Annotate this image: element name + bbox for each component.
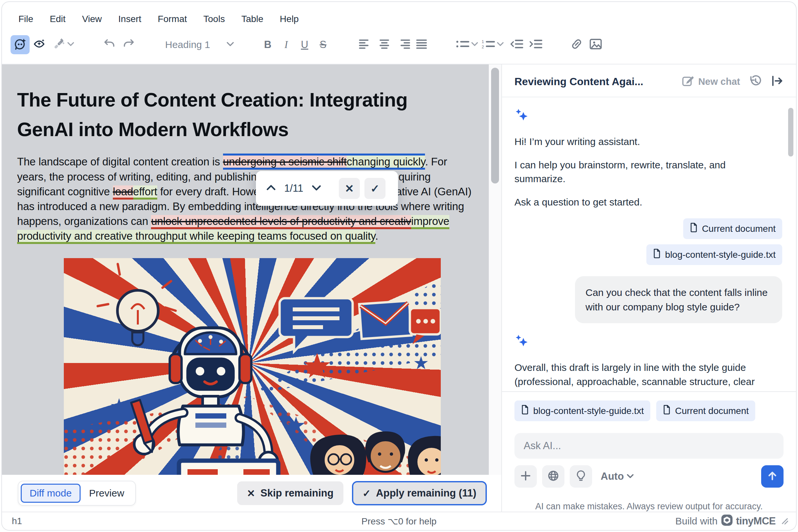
underline-button[interactable]: U — [295, 36, 314, 54]
diff-deletion[interactable]: unlock unprecedented levels of productiv… — [151, 215, 411, 229]
redo-button[interactable] — [119, 35, 138, 54]
document-title: The Future of Content Creation: Integrat… — [17, 86, 464, 144]
new-chat-button[interactable]: New chat — [681, 74, 740, 90]
composer-attachment-chip[interactable]: blog-content-style-guide.txt — [515, 400, 650, 421]
reject-change-button[interactable]: ✕ — [339, 178, 360, 199]
user-message-bubble: Can you check that the content falls inl… — [575, 276, 782, 323]
menu-view[interactable]: View — [82, 14, 101, 24]
image-button[interactable] — [586, 35, 605, 54]
strikethrough-button[interactable]: S — [314, 36, 332, 54]
chevron-down-icon — [67, 40, 74, 49]
diff-mode-button[interactable]: Diff mode — [21, 484, 80, 503]
block-format-label: Heading 1 — [165, 39, 226, 50]
diff-deletion[interactable]: load — [113, 186, 133, 200]
composer-attachment-chip[interactable]: Current document — [656, 400, 755, 421]
element-path[interactable]: h1 — [12, 516, 22, 527]
brand-name: tinyMCE — [736, 515, 776, 527]
attachment-label: blog-content-style-guide.txt — [665, 250, 776, 260]
ai-response-text: Overall, this draft is largely in line w… — [515, 361, 781, 391]
align-right-button[interactable] — [394, 35, 413, 54]
send-button[interactable] — [761, 465, 783, 488]
diff-insertion[interactable]: effort — [133, 186, 157, 200]
ai-assistant-button[interactable] — [11, 35, 30, 54]
link-button[interactable] — [567, 35, 586, 54]
add-attachment-button[interactable] — [515, 465, 537, 488]
accept-change-button[interactable]: ✓ — [365, 178, 386, 199]
menu-insert[interactable]: Insert — [118, 14, 142, 24]
chat-scrollbar-thumb[interactable] — [788, 108, 793, 156]
indent-icon — [529, 39, 542, 50]
menu-table[interactable]: Table — [241, 14, 263, 24]
document-icon — [663, 405, 671, 417]
editor-scrollbar-thumb[interactable] — [491, 68, 499, 184]
diff-footer-bar: Diff mode Preview ✕ Skip remaining ✓ App… — [2, 475, 501, 512]
block-format-select[interactable]: Heading 1 — [158, 34, 240, 56]
menu-edit[interactable]: Edit — [50, 14, 66, 24]
ask-ai-input[interactable] — [515, 433, 783, 459]
italic-button[interactable]: I — [277, 36, 295, 54]
attachment-chip: Current document — [683, 218, 782, 239]
indent-button[interactable] — [526, 35, 545, 54]
align-left-icon — [359, 39, 372, 50]
align-center-button[interactable] — [375, 35, 394, 54]
outdent-button[interactable] — [507, 35, 526, 54]
image-icon — [589, 37, 602, 52]
chat-history-button[interactable] — [747, 74, 762, 90]
check-icon: ✓ — [363, 488, 371, 499]
menu-help[interactable]: Help — [280, 14, 299, 24]
svg-text:2: 2 — [482, 45, 484, 49]
document-paragraph: The landscape of digital content creatio… — [17, 154, 476, 243]
ai-shortcuts-button[interactable] — [51, 37, 74, 53]
chat-composer: blog-content-style-guide.txt Current doc… — [502, 391, 796, 512]
branding-prefix: Build with — [675, 516, 718, 527]
align-justify-icon — [416, 39, 429, 50]
ai-review-button[interactable] — [30, 35, 49, 54]
web-search-button[interactable] — [542, 465, 564, 488]
tinymce-logo-icon — [721, 514, 733, 528]
undo-icon — [103, 37, 116, 52]
bold-button[interactable]: B — [259, 36, 277, 54]
suggestions-button[interactable] — [570, 465, 592, 488]
document-icon — [653, 249, 661, 261]
close-icon: ✕ — [247, 488, 255, 499]
model-mode-select[interactable]: Auto — [601, 471, 634, 482]
new-chat-label: New chat — [698, 76, 740, 87]
branding[interactable]: Build with tinyMCE — [675, 514, 788, 528]
align-center-icon — [378, 39, 391, 50]
bullet-list-button[interactable] — [456, 39, 478, 50]
ai-sparkle-icon — [515, 335, 782, 351]
align-justify-button[interactable] — [413, 35, 432, 54]
apply-remaining-button[interactable]: ✓ Apply remaining (11) — [352, 481, 487, 506]
resize-handle-icon[interactable] — [782, 516, 788, 527]
skip-remaining-button[interactable]: ✕ Skip remaining — [237, 481, 344, 505]
attachment-label: Current document — [675, 406, 749, 416]
chevron-down-icon — [627, 471, 634, 482]
sidebar-header: Reviewing Content Agai... New chat — [502, 64, 796, 97]
ai-message-text: I can help you brainstorm, rewrite, tran… — [515, 158, 774, 186]
undo-button[interactable] — [100, 35, 119, 54]
ai-chat-icon — [14, 37, 26, 52]
numbered-list-button[interactable]: 12 — [482, 39, 504, 50]
diff-change-selected[interactable]: undergoing a seismic shiftchanging quick… — [223, 154, 425, 170]
chevron-down-icon — [471, 40, 478, 49]
document-canvas[interactable]: The Future of Content Creation: Integrat… — [2, 64, 489, 512]
preview-button[interactable]: Preview — [80, 484, 133, 503]
chevron-up-icon — [265, 184, 277, 193]
status-bar: h1 Press ⌥0 for help Build with tinyMCE — [2, 512, 796, 530]
menu-tools[interactable]: Tools — [203, 14, 225, 24]
compose-icon — [681, 74, 694, 90]
next-change-button[interactable] — [308, 180, 325, 197]
menu-bar: File Edit View Insert Format Tools Table… — [2, 2, 796, 27]
collapse-sidebar-button[interactable] — [769, 74, 785, 90]
menu-format[interactable]: Format — [158, 14, 187, 24]
globe-icon — [547, 470, 559, 483]
align-left-button[interactable] — [356, 35, 375, 54]
previous-change-button[interactable] — [262, 180, 280, 197]
lightbulb-icon — [575, 470, 587, 483]
help-shortcut-text: Press ⌥0 for help — [361, 516, 437, 527]
document-illustration[interactable] — [64, 258, 441, 486]
menu-file[interactable]: File — [18, 14, 33, 24]
plus-icon — [520, 470, 532, 483]
ai-sparkle-icon — [515, 109, 782, 125]
numbered-list-icon: 12 — [482, 39, 495, 50]
